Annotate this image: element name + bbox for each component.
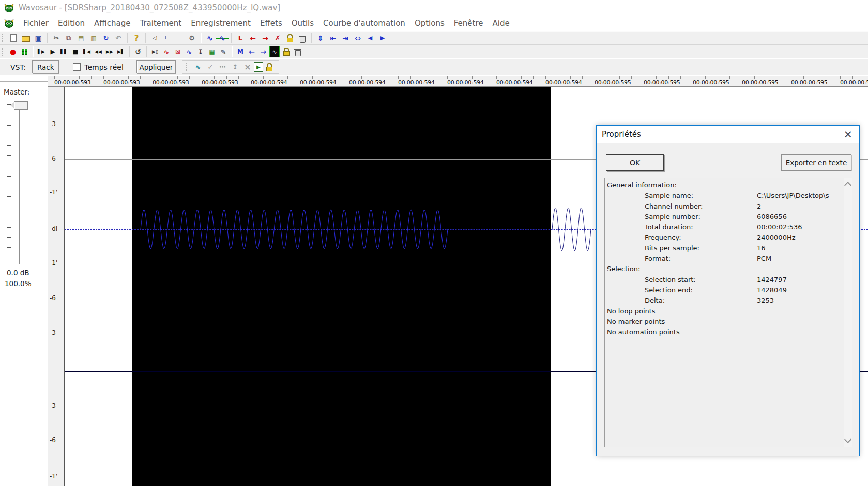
level-meter-icon[interactable] [19, 46, 30, 57]
statistics-icon[interactable]: ∿ [161, 46, 172, 57]
ruler-label: 00:00:00:595 [742, 79, 779, 86]
scroll-down-icon[interactable] [844, 436, 851, 443]
cut-icon[interactable]: ✂ [50, 33, 63, 44]
delete-file-icon[interactable]: ⊠ [172, 46, 184, 57]
close-icon[interactable]: × [843, 127, 852, 142]
menu-traitement[interactable]: Traitement [135, 17, 186, 29]
waveform-loop-display-icon[interactable]: ∿ [216, 33, 229, 44]
ok-button[interactable]: OK [606, 154, 664, 171]
marker-view-icon[interactable]: ∿ [269, 46, 280, 57]
menu-options[interactable]: Options [410, 17, 449, 29]
export-text-button[interactable]: Exporter en texte [781, 154, 851, 171]
crop-to-selection-icon[interactable]: ↻ [100, 33, 112, 44]
property-row: No marker points [605, 318, 844, 328]
go-to-start-icon[interactable]: ▌◀ [81, 46, 93, 57]
ruler-label: 00:00:00:594 [300, 79, 337, 86]
property-value: 1428049 [757, 286, 787, 294]
marker-drop-icon[interactable]: L [234, 33, 247, 44]
master-slider-track[interactable] [19, 103, 20, 264]
spectrum-table-icon[interactable]: ▦ [206, 46, 218, 57]
audio-device-icon[interactable]: ◁ [148, 33, 161, 44]
lock-automation-icon[interactable] [263, 61, 276, 73]
zoom-amplitude-icon[interactable]: ⇕ [314, 33, 327, 44]
connections-icon[interactable]: ∟ [161, 33, 173, 44]
menu-effets[interactable]: Effets [255, 17, 287, 29]
master-panel-divider [0, 81, 48, 82]
validate-curve-icon[interactable]: ✓ [204, 61, 217, 73]
fast-forward-icon[interactable]: ▶▶ [104, 46, 115, 57]
master-db-value: 0.0 dB [7, 269, 29, 277]
property-value: 00:00:02:536 [757, 223, 802, 231]
new-file-icon[interactable] [7, 33, 20, 44]
property-row: Selection: [605, 265, 844, 275]
record-icon[interactable]: ● [7, 46, 19, 57]
open-folder-icon[interactable] [20, 33, 32, 44]
marker-next-icon[interactable]: → [257, 46, 269, 57]
lock-selection-icon[interactable] [284, 33, 296, 44]
play-automation-icon[interactable]: ▶ [254, 62, 263, 72]
lock-markers-icon[interactable] [280, 46, 292, 57]
realtime-checkbox[interactable] [73, 63, 81, 71]
dialog-title: Propriétés [602, 130, 641, 139]
copy-icon[interactable]: ⧉ [63, 33, 75, 44]
stop-icon[interactable]: ■ [70, 46, 81, 57]
document-system-icon[interactable] [4, 19, 14, 28]
selection-left-icon[interactable]: ← [247, 33, 259, 44]
vst-rack-button[interactable]: Rack [32, 60, 59, 73]
marker-previous-icon[interactable]: ← [246, 46, 257, 57]
view-next-icon[interactable]: ▶ [376, 33, 389, 44]
paste-icon[interactable]: ▤ [75, 33, 87, 44]
time-ruler[interactable]: 00:00:00:59300:00:00:59300:00:00:59300:0… [48, 76, 868, 87]
realtime-label: Temps réel [84, 63, 124, 71]
draw-waveform-icon[interactable]: ✎ [218, 46, 229, 57]
marker-insert-icon[interactable]: M [235, 46, 246, 57]
master-slider-handle[interactable] [14, 101, 28, 110]
ruler-label: 00:00:00:594 [545, 79, 582, 86]
loop-playback-icon[interactable]: ↺ [132, 46, 144, 57]
delete-points-icon[interactable]: × [241, 61, 254, 73]
menu-enregistrement[interactable]: Enregistrement [186, 17, 255, 29]
zoom-out-horizontal-icon[interactable]: ⇤ [327, 33, 339, 44]
insert-file-icon[interactable]: ▶▯ [149, 46, 161, 57]
menu-courbe-d-automation[interactable]: Courbe d'automation [318, 17, 410, 29]
rewind-icon[interactable]: ◀◀ [93, 46, 104, 57]
vst-apply-button[interactable]: Appliquer [136, 60, 176, 73]
play-from-cursor-icon[interactable]: ▌▶ [36, 46, 47, 57]
zoom-selection-icon[interactable]: ⇔ [352, 33, 364, 44]
property-row: Frequency:2400000Hz [605, 233, 844, 244]
menu-fichier[interactable]: Fichier [19, 17, 53, 29]
selection-right-icon[interactable]: → [259, 33, 271, 44]
delete-markers-1-icon[interactable] [296, 33, 309, 44]
scroll-up-icon[interactable] [844, 182, 851, 189]
delete-all-markers-icon[interactable] [292, 46, 303, 57]
fit-vertical-icon[interactable]: ↕ [229, 61, 241, 73]
save-icon[interactable]: ▣ [32, 33, 44, 44]
undo-icon[interactable]: ↶ [112, 33, 125, 44]
zoom-in-horizontal-icon[interactable]: ⇥ [339, 33, 352, 44]
view-previous-icon[interactable]: ◀ [364, 33, 376, 44]
delete-selection-icon[interactable]: ✗ [271, 33, 284, 44]
waveform-display-icon[interactable]: ∿ [204, 33, 216, 44]
property-label: Frequency: [605, 233, 681, 241]
scrollbar[interactable] [844, 178, 852, 447]
interpolate-waveform-icon[interactable]: ∿ [184, 46, 195, 57]
paste-as-new-icon[interactable]: ▥ [87, 33, 100, 44]
toolbar-main: ▣✂⧉▤▥↻↶?◁∟≡⚙∿∿L←→✗⇕⇤⇥⇔◀▶ [0, 31, 868, 45]
menu-affichage[interactable]: Affichage [89, 17, 135, 29]
dialog-titlebar[interactable]: Propriétés [597, 126, 859, 143]
property-label: Channel number: [605, 202, 703, 210]
go-to-end-icon[interactable]: ▶▌ [115, 46, 127, 57]
routing-icon[interactable]: ≡ [173, 33, 186, 44]
menu-aide[interactable]: Aide [488, 17, 514, 29]
options-wrench-icon[interactable]: ⚙ [186, 33, 198, 44]
ruler-label: 00:00:00:593 [103, 79, 140, 86]
menu-fen-tre[interactable]: Fenêtre [449, 17, 488, 29]
interpolate-points-icon[interactable]: ⋯ [217, 61, 229, 73]
play-icon[interactable]: ▶ [47, 46, 58, 57]
help-icon[interactable]: ? [130, 33, 143, 44]
pause-icon[interactable]: ▌▌ [58, 46, 70, 57]
menu-outils[interactable]: Outils [287, 17, 318, 29]
menu-edition[interactable]: Edition [53, 17, 89, 29]
normalize-icon[interactable]: ↧ [195, 46, 206, 57]
automation-curve-icon[interactable]: ∿ [192, 61, 204, 73]
